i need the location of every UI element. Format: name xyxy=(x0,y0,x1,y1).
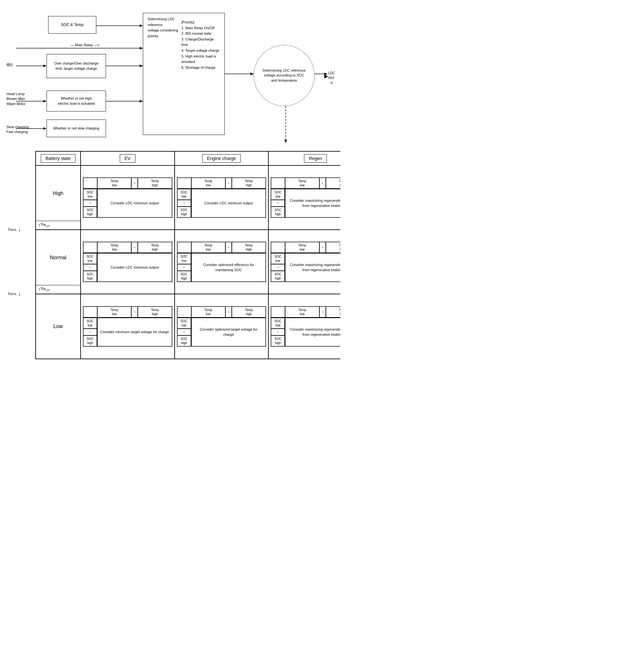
arrow-right: ▶ xyxy=(324,73,328,79)
content-normal-regen: Consider maximizing regenerative energy … xyxy=(285,253,340,282)
ibs-label: IBS xyxy=(6,63,13,67)
thr-hl-label-2: ThrHL ↓ xyxy=(8,291,21,297)
svg-marker-16 xyxy=(250,73,254,75)
temp-high-regen-normal: Temphigh xyxy=(326,242,340,253)
soc-low-regen-high: SOClow xyxy=(271,189,285,200)
thr-lh-high: ThrLH xyxy=(41,223,49,227)
temp-low-engine-high: Templow xyxy=(191,178,225,189)
engine-header-box: Engine charge xyxy=(202,154,241,162)
battery-state-header-box: Battery state xyxy=(41,154,76,162)
slow-charging-label: Slow chargingFast charging xyxy=(6,125,28,135)
soc-high-ev-normal: SOChigh xyxy=(83,271,97,282)
soc-high-engine-low: SOChigh xyxy=(177,335,191,346)
soc-low-regen-normal: SOClow xyxy=(271,253,285,264)
soc-tilde-engine-low: ~ xyxy=(177,329,191,335)
temp-high-engine-low: Temphigh xyxy=(232,307,266,317)
soc-col-normal-regen: SOClow ~ SOChigh xyxy=(271,253,285,282)
ev-low: Templow ~ Temphigh SOClow ~ SOChigh Cons… xyxy=(81,294,175,358)
ev-header-box: EV xyxy=(120,154,136,162)
head-lamp-box: Whether or not highelectric load is actu… xyxy=(47,91,106,111)
regen-header: Regen xyxy=(269,152,340,165)
engine-high: Templow ~ Temphigh SOClow ~ SOChigh Cons… xyxy=(175,166,269,229)
temp-high-regen-high: Temphigh xyxy=(326,178,340,189)
svg-marker-3 xyxy=(43,100,47,103)
svg-marker-12 xyxy=(140,65,143,67)
inner-header-low-ev: Templow ~ Temphigh xyxy=(83,307,172,318)
temp-tilde-ev-high: ~ xyxy=(131,178,138,189)
soc-tilde-ev-normal: ~ xyxy=(83,264,97,271)
soc-temp-box: SOC & Temp xyxy=(48,16,96,34)
soc-low-regen-low: SOClow xyxy=(271,318,285,329)
soc-high-regen-low: SOChigh xyxy=(271,335,285,346)
soc-high-regen-normal: SOChigh xyxy=(271,271,285,282)
soc-col-low-engine: SOClow ~ SOChigh xyxy=(177,318,191,346)
ev-normal: Templow ~ Temphigh SOClow ~ SOChigh Cons… xyxy=(81,230,175,294)
inner-body-high-engine: SOClow ~ SOChigh Consider LDC minimum ou… xyxy=(177,189,266,218)
temp-low-ev-low: Templow xyxy=(97,307,131,317)
regen-high-inner: Templow ~ Temphigh SOClow ~ SOChigh Cons… xyxy=(271,177,340,218)
temp-tilde-regen-low: ~ xyxy=(319,307,326,317)
soc-high-engine-high: SOChigh xyxy=(177,206,191,218)
soc-col-normal-engine: SOClow ~ SOChigh xyxy=(177,253,191,282)
soc-tilde-engine-normal: ~ xyxy=(177,264,191,271)
engine-low: Templow ~ Temphigh SOClow ~ SOChigh Cons… xyxy=(175,294,269,358)
temp-high-ev-high: Temphigh xyxy=(138,178,172,189)
row-high: High ↑ ThrLH Templow ~ Temphigh SOClow ~ xyxy=(36,166,340,230)
svg-marker-14 xyxy=(140,100,143,103)
inner-header-high-ev: Templow ~ Temphigh xyxy=(83,178,172,189)
engine-high-inner: Templow ~ Temphigh SOClow ~ SOChigh Cons… xyxy=(177,177,267,218)
temp-low-ev-normal: Templow xyxy=(97,242,131,253)
soc-high-ev-low: SOChigh xyxy=(83,335,97,346)
soc-high-ev-high: SOChigh xyxy=(83,206,97,218)
temp-high-engine-high: Temphigh xyxy=(232,178,266,189)
soc-tilde-regen-low: ~ xyxy=(271,329,285,335)
inner-body-normal-engine: SOClow ~ SOChigh Consider optimized effi… xyxy=(177,253,266,282)
temp-low-ev-high: Templow xyxy=(97,178,131,189)
thr-lh-normal: ThrLH xyxy=(41,287,49,292)
temp-tilde-engine-high: ~ xyxy=(225,178,232,189)
content-high-ev: Consider LDC minimum output xyxy=(97,189,172,218)
ev-normal-inner: Templow ~ Temphigh SOClow ~ SOChigh Cons… xyxy=(83,242,172,282)
soc-low-engine-high: SOClow xyxy=(177,189,191,200)
state-low-label: Low xyxy=(53,294,63,358)
soc-col-normal-ev: SOClow ~ SOChigh xyxy=(83,253,97,282)
engine-low-inner: Templow ~ Temphigh SOClow ~ SOChigh Cons… xyxy=(177,306,267,347)
soc-low-engine-normal: SOClow xyxy=(177,253,191,264)
temp-high-regen-low: Temphigh xyxy=(326,307,340,317)
inner-body-low-engine: SOClow ~ SOChigh Consider optimized targ… xyxy=(177,318,266,346)
content-high-regen: Consider maximizing regenerative energy … xyxy=(285,189,340,218)
temp-high-ev-low: Temphigh xyxy=(138,307,172,317)
priority-box: Determining LDC referencevoltage conside… xyxy=(143,13,225,135)
soc-high-regen-high: SOChigh xyxy=(271,206,285,218)
battery-state-low: Low xyxy=(36,294,81,358)
soc-col-high-regen: SOClow ~ SOChigh xyxy=(271,189,285,218)
inner-body-normal-ev: SOClow ~ SOChigh Consider LDC minimum ou… xyxy=(83,253,172,282)
engine-header: Engine charge xyxy=(175,152,269,165)
temp-low-regen-high: Templow xyxy=(285,178,319,189)
soc-low-ev-high: SOClow xyxy=(83,189,97,200)
regen-header-box: Regen xyxy=(304,154,327,162)
soc-low-ev-normal: SOClow xyxy=(83,253,97,264)
soc-col-high-engine: SOClow ~ SOChigh xyxy=(177,189,191,218)
ldc-label: LDCRef. V xyxy=(328,71,335,85)
temp-tilde-engine-normal: ~ xyxy=(225,242,232,253)
circle-box: Determining LDC referencevoltage accordi… xyxy=(254,45,315,106)
content-low-engine: Consider optimized target voltage for ch… xyxy=(191,318,266,346)
temp-high-engine-normal: Temphigh xyxy=(232,242,266,253)
row-low: Low Templow ~ Temphigh SOClow ~ SOChigh … xyxy=(36,294,340,358)
inner-header-high-engine: Templow ~ Temphigh xyxy=(177,178,266,189)
ev-header: EV xyxy=(81,152,175,165)
soc-tilde-ev-low: ~ xyxy=(83,329,97,335)
svg-marker-5 xyxy=(43,127,47,130)
state-normal-label: Normal xyxy=(50,230,66,285)
soc-tilde-ev-high: ~ xyxy=(83,200,97,206)
soc-col-low-ev: SOClow ~ SOChigh xyxy=(83,318,97,346)
battery-state-header: Battery state xyxy=(36,152,81,165)
inner-header-low-engine: Templow ~ Temphigh xyxy=(177,307,266,318)
soc-low-engine-low: SOClow xyxy=(177,318,191,329)
temp-low-engine-low: Templow xyxy=(191,307,225,317)
ev-high-inner: Templow ~ Temphigh SOClow ~ SOChigh Cons… xyxy=(83,177,172,218)
soc-tilde-regen-normal: ~ xyxy=(271,264,285,271)
battery-state-normal: Normal ↑ ThrLH xyxy=(36,230,81,294)
state-high-label: High xyxy=(53,166,64,221)
